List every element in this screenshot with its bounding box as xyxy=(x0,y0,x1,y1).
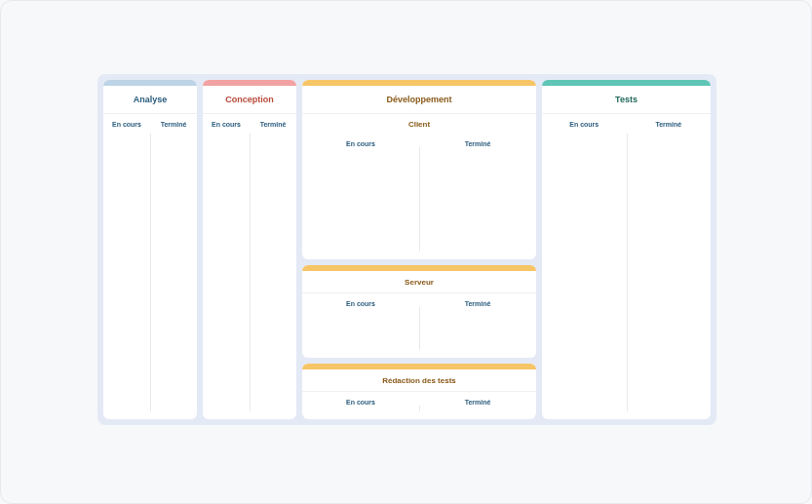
column-analyse[interactable]: Analyse En cours Terminé xyxy=(103,80,197,419)
lane-label: Terminé xyxy=(150,114,197,135)
dev-section-redaction-tests[interactable]: Rédaction des tests En cours Terminé xyxy=(302,364,536,419)
lane-label: En cours xyxy=(302,293,419,314)
column-title-conception: Conception xyxy=(203,86,296,114)
app-frame: Analyse En cours Terminé Conception En c… xyxy=(0,0,812,504)
lane-label: Terminé xyxy=(419,392,536,412)
dev-section-client[interactable]: Développement Client En cours Terminé xyxy=(302,80,536,259)
lane-label: En cours xyxy=(203,114,250,135)
lane-tests-done[interactable]: Terminé xyxy=(627,114,712,419)
column-development: Développement Client En cours Terminé xyxy=(302,80,536,419)
lane-label: Terminé xyxy=(419,293,536,314)
lane-conception-inprogress[interactable]: En cours xyxy=(203,114,250,419)
lane-label: Terminé xyxy=(627,114,712,135)
lane-dev-client-inprogress[interactable]: En cours xyxy=(302,134,419,259)
lane-divider xyxy=(150,134,151,411)
lane-divider xyxy=(250,134,251,411)
column-title-development: Développement xyxy=(302,86,536,114)
lanes-dev-redaction: En cours Terminé xyxy=(302,392,536,419)
lane-label: En cours xyxy=(542,114,627,135)
lanes-conception: En cours Terminé xyxy=(203,114,296,419)
lanes-dev-serveur: En cours Terminé xyxy=(302,293,536,358)
lane-conception-done[interactable]: Terminé xyxy=(250,114,296,419)
kanban-board: Analyse En cours Terminé Conception En c… xyxy=(97,74,716,425)
lane-label: En cours xyxy=(302,134,419,154)
lane-divider xyxy=(419,406,420,411)
dev-section-serveur[interactable]: Serveur En cours Terminé xyxy=(302,265,536,358)
lane-dev-serveur-inprogress[interactable]: En cours xyxy=(302,293,419,358)
lane-divider xyxy=(419,147,420,252)
lane-label: En cours xyxy=(302,392,419,412)
dev-subtitle-serveur: Serveur xyxy=(302,271,536,293)
lane-label: Terminé xyxy=(419,134,536,154)
lane-tests-inprogress[interactable]: En cours xyxy=(542,114,627,419)
column-title-tests: Tests xyxy=(542,86,711,114)
dev-subtitle-client: Client xyxy=(302,114,536,134)
lane-analyse-inprogress[interactable]: En cours xyxy=(103,114,150,419)
column-title-analyse: Analyse xyxy=(103,86,197,114)
lane-divider xyxy=(419,307,420,350)
lane-dev-redaction-inprogress[interactable]: En cours xyxy=(302,392,419,419)
lane-analyse-done[interactable]: Terminé xyxy=(150,114,197,419)
lane-label: En cours xyxy=(103,114,150,135)
lanes-analyse: En cours Terminé xyxy=(103,114,197,419)
lane-dev-client-done[interactable]: Terminé xyxy=(419,134,536,259)
lane-dev-serveur-done[interactable]: Terminé xyxy=(419,293,536,358)
lanes-dev-client: En cours Terminé xyxy=(302,134,536,259)
lane-label: Terminé xyxy=(250,114,296,135)
lanes-tests: En cours Terminé xyxy=(542,114,711,419)
column-conception[interactable]: Conception En cours Terminé xyxy=(203,80,296,419)
lane-dev-redaction-done[interactable]: Terminé xyxy=(419,392,536,419)
lane-divider xyxy=(627,134,628,411)
column-tests[interactable]: Tests En cours Terminé xyxy=(542,80,711,419)
dev-subtitle-redaction: Rédaction des tests xyxy=(302,369,536,392)
